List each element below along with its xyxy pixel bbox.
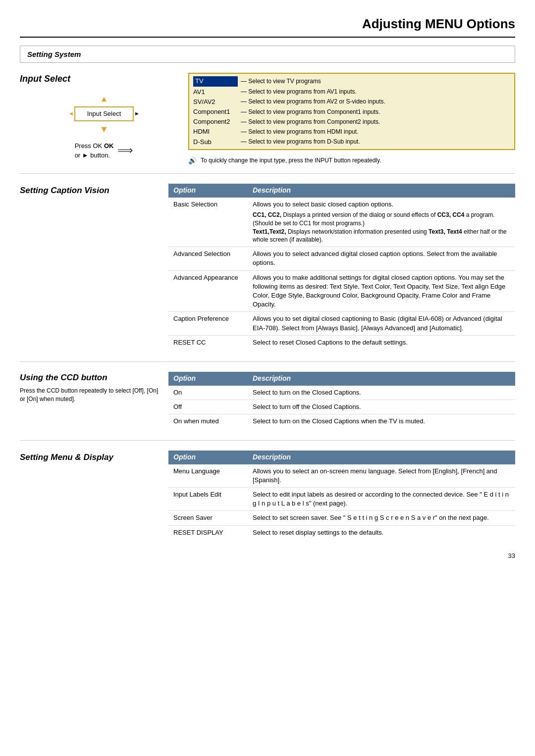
channel-item: SV/AV2— Select to view programs from AV2…	[189, 97, 514, 107]
table-row: Advanced AppearanceAllows you to make ad…	[168, 270, 515, 312]
speaker-icon: 🔊	[188, 156, 197, 166]
channel-item: TV— Select to view TV programs	[189, 76, 514, 87]
ccd-table: Option Description OnSelect to turn on t…	[168, 372, 515, 428]
page: Adjusting MENU Options Setting System In…	[0, 0, 535, 580]
press-ok-text: Press OK OK	[75, 142, 114, 151]
channel-name: HDMI	[193, 127, 238, 136]
desc-cell: Allows you to select an on-screen menu l…	[248, 464, 515, 488]
ccd-header: Option Description	[168, 372, 515, 386]
input-select-left: Input Select ▲ Input Select ▼ Press OK O…	[20, 73, 178, 165]
input-select-section: Input Select ▲ Input Select ▼ Press OK O…	[20, 73, 515, 174]
table-row: Advanced SelectionAllows you to select a…	[168, 247, 515, 270]
table-row: RESET DISPLAYSelect to reset display set…	[168, 525, 515, 540]
arrow-right-icon: ⟹	[117, 143, 133, 158]
channel-name: Component1	[193, 107, 238, 116]
input-select-title: Input Select	[20, 73, 178, 85]
option-cell: Caption Preference	[168, 312, 248, 335]
table-row: OnSelect to turn on the Closed Captions.	[168, 386, 515, 400]
ccd-title: Using the CCD button	[20, 372, 160, 384]
menu-box: Input Select	[74, 106, 134, 121]
desc-cell: Allows you to select advanced digital cl…	[248, 247, 515, 270]
option-cell: Off	[168, 400, 248, 414]
input-select-diagram: ▲ Input Select ▼ Press OK OK or ► button…	[30, 94, 178, 160]
desc-cell: Allows you to set digital closed caption…	[248, 312, 515, 335]
option-cell: RESET CC	[168, 335, 248, 350]
ccd-desc-header: Description	[248, 372, 515, 386]
press-ok-area: Press OK OK or ► button. ⟹	[75, 142, 134, 159]
channel-name: TV	[193, 76, 238, 86]
desc-cell: Select to turn off the Closed Captions.	[248, 400, 515, 414]
channel-item: Component2— Select to view programs from…	[189, 117, 514, 127]
caption-vision-header: Option Description	[168, 184, 515, 198]
desc-cell: Select to turn on the Closed Captions.	[248, 386, 515, 400]
option-cell: Input Labels Edit	[168, 488, 248, 511]
table-row: RESET CCSelect to reset Closed Captions …	[168, 335, 515, 350]
channel-desc: — Select to view TV programs	[241, 77, 321, 86]
note-line: 🔊 To quickly change the input type, pres…	[188, 156, 515, 166]
ccd-option-header: Option	[168, 372, 248, 386]
caption-vision-table: Option Description Basic SelectionAllows…	[168, 184, 515, 350]
menu-display-label: Setting Menu & Display	[20, 451, 168, 540]
channel-name: AV1	[193, 88, 238, 97]
channel-item: HDMI— Select to view programs from HDMI …	[189, 127, 514, 137]
channel-desc: — Select to view programs from Component…	[241, 108, 380, 116]
channel-name: D-Sub	[193, 138, 238, 147]
table-row: Input Labels EditSelect to edit input la…	[168, 488, 515, 511]
menu-display-header: Option Description	[168, 451, 515, 464]
menu-display-section: Setting Menu & Display Option Descriptio…	[20, 451, 515, 540]
channel-item: Component1— Select to view programs from…	[189, 107, 514, 117]
ccd-label-area: Using the CCD button Press the CCD butto…	[20, 372, 168, 428]
table-row: Menu LanguageAllows you to select an on-…	[168, 464, 515, 488]
channel-desc: — Select to view programs from AV2 or S-…	[241, 98, 385, 106]
desc-cell: Select to turn on the Closed Captions wh…	[248, 414, 515, 428]
desc-cell: Select to reset display settings to the …	[248, 525, 515, 540]
option-cell: On	[168, 386, 248, 400]
desc-col-header: Description	[248, 184, 515, 198]
caption-vision-label: Setting Caption Vision	[20, 184, 168, 350]
channel-desc: — Select to view programs from D-Sub inp…	[241, 138, 360, 146]
desc-cell: Allows you to make additional settings f…	[248, 270, 515, 312]
table-row: On when mutedSelect to turn on the Close…	[168, 414, 515, 428]
channel-name: SV/AV2	[193, 98, 238, 106]
table-row: OffSelect to turn off the Closed Caption…	[168, 400, 515, 414]
desc-cell: Select to edit input labels as desired o…	[248, 488, 515, 511]
table-row: Basic SelectionAllows you to select basi…	[168, 198, 515, 247]
option-col-header: Option	[168, 184, 248, 198]
page-number: 33	[20, 552, 515, 560]
or-button-text: or ► button.	[75, 151, 114, 160]
desc-cell: Allows you to select basic closed captio…	[248, 198, 515, 247]
option-cell: Advanced Appearance	[168, 270, 248, 312]
setting-system-bar: Setting System	[20, 46, 515, 63]
channel-name: Component2	[193, 117, 238, 126]
arrow-down-icon: ▼	[100, 123, 108, 136]
option-cell: Basic Selection	[168, 198, 248, 247]
desc-cell: Select to reset Closed Captions to the d…	[248, 335, 515, 350]
menu-option-header: Option	[168, 451, 248, 464]
input-select-right: TV— Select to view TV programsAV1— Selec…	[188, 73, 515, 165]
note-text: To quickly change the input type, press …	[201, 156, 381, 165]
ccd-section: Using the CCD button Press the CCD butto…	[20, 372, 515, 428]
channel-desc: — Select to view programs from Component…	[241, 118, 380, 126]
option-cell: On when muted	[168, 414, 248, 428]
option-cell: Menu Language	[168, 464, 248, 488]
option-cell: RESET DISPLAY	[168, 525, 248, 540]
menu-label: Input Select	[87, 110, 121, 117]
table-row: Caption PreferenceAllows you to set digi…	[168, 312, 515, 335]
caption-vision-section: Setting Caption Vision Option Descriptio…	[20, 184, 515, 350]
menu-desc-header: Description	[248, 451, 515, 464]
menu-display-table: Option Description Menu LanguageAllows y…	[168, 451, 515, 540]
channel-list: TV— Select to view TV programsAV1— Selec…	[188, 73, 515, 150]
table-row: Screen SaverSelect to set screen saver. …	[168, 511, 515, 525]
channel-desc: — Select to view programs from HDMI inpu…	[241, 128, 358, 136]
channel-item: D-Sub— Select to view programs from D-Su…	[189, 137, 514, 147]
channel-item: AV1— Select to view programs from AV1 in…	[189, 87, 514, 97]
option-cell: Screen Saver	[168, 511, 248, 525]
channel-desc: — Select to view programs from AV1 input…	[241, 88, 357, 96]
page-title: Adjusting MENU Options	[20, 15, 515, 38]
option-cell: Advanced Selection	[168, 247, 248, 270]
desc-cell: Select to set screen saver. See " S e t …	[248, 511, 515, 525]
ccd-desc: Press the CCD button repeatedly to selec…	[20, 387, 160, 403]
